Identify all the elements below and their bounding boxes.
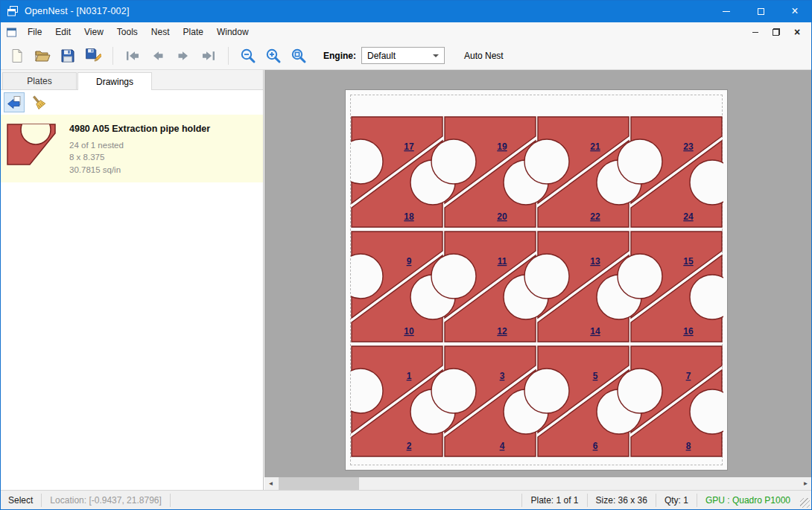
save-as-button[interactable] bbox=[81, 45, 105, 67]
toolbar-separator bbox=[228, 47, 229, 65]
tab-drawings[interactable]: Drawings bbox=[77, 72, 152, 90]
mdi-close-button[interactable]: × bbox=[788, 25, 806, 39]
go-last-icon bbox=[200, 48, 217, 64]
maximize-button[interactable] bbox=[743, 0, 778, 22]
drawing-info: 4980 A05 Extraction pipe holder 24 of 1 … bbox=[69, 121, 210, 176]
part-notch bbox=[524, 369, 569, 413]
clear-button[interactable] bbox=[28, 92, 49, 112]
part-notch bbox=[618, 254, 662, 299]
previous-plate-button[interactable] bbox=[146, 45, 170, 67]
status-location: Location: [-0.9437, 21.8796] bbox=[42, 495, 169, 506]
panel-tabs: Plates Drawings bbox=[0, 70, 263, 90]
part-number[interactable]: 2 bbox=[407, 441, 412, 451]
part-number[interactable]: 19 bbox=[497, 141, 507, 152]
menu-file[interactable]: File bbox=[21, 23, 48, 41]
scroll-left-arrow[interactable]: ◄ bbox=[264, 477, 277, 490]
part-number[interactable]: 21 bbox=[590, 141, 600, 152]
canvas-horizontal-scrollbar[interactable]: ◄ ► bbox=[264, 477, 812, 490]
menu-window[interactable]: Window bbox=[210, 23, 256, 41]
drawing-area: 30.7815 sq/in bbox=[69, 164, 210, 176]
part-number[interactable]: 5 bbox=[593, 371, 598, 381]
part-number[interactable]: 17 bbox=[404, 141, 414, 152]
close-button[interactable]: × bbox=[778, 0, 812, 22]
save-button[interactable] bbox=[56, 45, 80, 67]
menu-bar: File Edit View Tools Nest Plate Window × bbox=[0, 22, 812, 42]
mdi-minimize-icon bbox=[752, 32, 758, 33]
window-title: OpenNest - [N0317-002] bbox=[25, 6, 130, 16]
zoom-out-icon bbox=[239, 47, 257, 65]
menu-plate[interactable]: Plate bbox=[177, 23, 210, 41]
menu-view[interactable]: View bbox=[77, 23, 110, 41]
import-drawing-button[interactable] bbox=[4, 92, 25, 112]
part-number[interactable]: 16 bbox=[683, 326, 694, 337]
part-notch bbox=[524, 254, 569, 299]
drawing-list-empty-area[interactable] bbox=[0, 182, 263, 490]
resize-grip[interactable] bbox=[800, 498, 810, 508]
part-number[interactable]: 11 bbox=[498, 256, 507, 267]
status-mode: Select bbox=[0, 495, 41, 506]
part-number[interactable]: 12 bbox=[497, 326, 507, 337]
part-number[interactable]: 18 bbox=[404, 211, 414, 222]
part-number[interactable]: 3 bbox=[500, 371, 505, 381]
status-size: Size: 36 x 36 bbox=[588, 495, 656, 506]
mdi-minimize-button[interactable] bbox=[746, 25, 764, 39]
zoom-in-button[interactable] bbox=[261, 45, 285, 67]
new-file-button[interactable] bbox=[5, 45, 29, 67]
drawing-title: 4980 A05 Extraction pipe holder bbox=[69, 124, 210, 134]
part-number[interactable]: 9 bbox=[407, 256, 412, 267]
part-number[interactable]: 15 bbox=[683, 256, 694, 267]
document-window-icon bbox=[6, 27, 17, 38]
drawing-nested-count: 24 of 1 nested bbox=[69, 139, 210, 151]
zoom-out-button[interactable] bbox=[236, 45, 260, 67]
drawings-panel: Plates Drawings 4980 A05 Extraction pipe… bbox=[0, 70, 264, 490]
part-number[interactable]: 14 bbox=[590, 326, 600, 337]
nest-canvas[interactable]: 171819202122232491011121314151612345678 … bbox=[264, 70, 812, 490]
plate[interactable]: 171819202122232491011121314151612345678 bbox=[345, 89, 728, 471]
menu-edit[interactable]: Edit bbox=[48, 23, 77, 41]
drawing-size: 8 x 8.375 bbox=[69, 151, 210, 163]
menu-tools[interactable]: Tools bbox=[110, 23, 145, 41]
zoom-fit-icon bbox=[290, 47, 308, 65]
part-number[interactable]: 10 bbox=[404, 326, 414, 337]
part-number[interactable]: 6 bbox=[593, 441, 598, 451]
chevron-down-icon bbox=[433, 54, 439, 57]
app-icon bbox=[7, 5, 19, 17]
go-first-icon bbox=[124, 48, 141, 64]
part-number[interactable]: 8 bbox=[686, 441, 691, 451]
open-button[interactable] bbox=[31, 45, 54, 67]
close-icon: × bbox=[791, 5, 798, 17]
first-plate-button[interactable] bbox=[121, 45, 145, 67]
mdi-restore-button[interactable] bbox=[767, 25, 785, 39]
go-previous-icon bbox=[150, 48, 166, 64]
scrollbar-track[interactable] bbox=[277, 477, 799, 490]
go-next-icon bbox=[175, 48, 191, 64]
auto-nest-button[interactable]: Auto Nest bbox=[458, 47, 510, 65]
engine-dropdown[interactable]: Default bbox=[361, 47, 445, 64]
part-number[interactable]: 24 bbox=[683, 211, 694, 222]
mdi-window-controls: × bbox=[746, 25, 812, 39]
panel-toolbar bbox=[0, 90, 263, 115]
menu-nest[interactable]: Nest bbox=[145, 23, 177, 41]
part-notch bbox=[524, 139, 569, 184]
mdi-close-icon: × bbox=[794, 27, 800, 37]
tab-plates[interactable]: Plates bbox=[2, 72, 77, 89]
part-number[interactable]: 1 bbox=[407, 371, 412, 381]
part-number[interactable]: 13 bbox=[590, 256, 600, 267]
scroll-right-arrow[interactable]: ► bbox=[799, 477, 812, 490]
zoom-fit-button[interactable] bbox=[287, 45, 311, 67]
engine-label: Engine: bbox=[323, 51, 356, 61]
save-icon bbox=[60, 48, 75, 63]
part-number[interactable]: 23 bbox=[683, 141, 694, 152]
part-number[interactable]: 20 bbox=[497, 211, 507, 222]
part-number[interactable]: 4 bbox=[500, 441, 505, 451]
minimize-button[interactable] bbox=[709, 0, 743, 22]
last-plate-button[interactable] bbox=[197, 45, 221, 67]
next-plate-button[interactable] bbox=[171, 45, 195, 67]
part-number[interactable]: 22 bbox=[590, 211, 600, 222]
zoom-in-icon bbox=[264, 47, 282, 65]
window-controls: × bbox=[709, 0, 812, 22]
drawing-list-item[interactable]: 4980 A05 Extraction pipe holder 24 of 1 … bbox=[0, 115, 263, 182]
maximize-icon bbox=[758, 8, 764, 15]
part-number[interactable]: 7 bbox=[686, 371, 691, 381]
scrollbar-thumb[interactable] bbox=[279, 477, 359, 490]
